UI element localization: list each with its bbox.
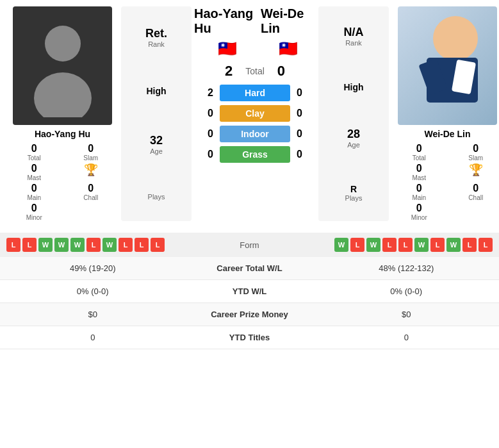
h2h-right-score: 0	[277, 63, 285, 79]
middle-rank-value: Ret.	[145, 27, 167, 40]
right-form-1: W	[334, 238, 348, 252]
middle-age-value: 32	[150, 134, 163, 147]
prize-money-right: $0	[314, 310, 500, 319]
right-player-name-header: Wei-De Lin	[261, 6, 316, 36]
right-rank-value: N/A	[344, 26, 364, 39]
left-trophy-cell: 🏆	[63, 163, 119, 181]
right-mast-value: 0	[416, 163, 422, 174]
career-stats-section: 49% (19-20) Career Total W/L 48% (122-13…	[0, 257, 499, 349]
left-form-8: L	[119, 238, 133, 252]
hard-left-score: 2	[194, 87, 213, 99]
clay-right-score: 0	[297, 108, 316, 119]
right-form-7: L	[430, 238, 445, 252]
left-minor-cell: 0 Minor	[6, 203, 62, 221]
left-form-9: L	[135, 238, 149, 252]
prize-money-left: $0	[0, 310, 186, 319]
right-trophy-icon: 🏆	[469, 163, 483, 177]
right-flag: 🇹🇼	[279, 40, 298, 58]
left-stats-grid: 0 Total 0 Slam 0 Mast 🏆 0 Main	[6, 143, 119, 221]
right-total-cell: 0 Total	[391, 143, 447, 162]
right-plays-label: Plays	[345, 194, 363, 202]
right-slam-value: 0	[473, 143, 479, 154]
career-total-left: 49% (19-20)	[0, 263, 186, 273]
left-main-cell: 0 Main	[6, 183, 62, 201]
right-main-label: Main	[412, 194, 426, 201]
left-main-value: 0	[31, 183, 37, 194]
form-label: Form	[218, 240, 282, 250]
right-age-block: 28 Age	[347, 128, 360, 149]
right-mast-cell: 0 Mast	[391, 163, 447, 181]
indoor-right-score: 0	[297, 128, 316, 140]
main-container: Hao-Yang Hu 0 Total 0 Slam 0 Mast 🏆	[0, 0, 499, 349]
ytd-wl-right: 0% (0-0)	[314, 286, 500, 296]
right-slam-cell: 0 Slam	[448, 143, 500, 162]
ytd-titles-left: 0	[0, 333, 186, 342]
ytd-wl-left: 0% (0-0)	[0, 286, 186, 296]
right-stats: N/A Rank High 28 Age R Plays	[318, 6, 389, 221]
right-form-6: W	[414, 238, 429, 252]
indoor-button: Indoor	[220, 126, 290, 142]
right-form-2: L	[350, 238, 364, 252]
right-form: W L W L L W L W L L	[282, 238, 493, 252]
svg-point-0	[45, 26, 81, 62]
hard-button: Hard	[220, 85, 290, 101]
player-right: Wei-De Lin 0 Total 0 Slam 0 Mast 🏆	[391, 6, 499, 221]
center-area: Hao-Yang Hu 🇹🇼 Wei-De Lin 🇹🇼 2 Total 0 2	[194, 6, 316, 221]
right-minor-cell: 0 Minor	[391, 203, 447, 221]
middle-age-label: Age	[150, 147, 163, 155]
middle-plays-label: Plays	[148, 193, 165, 201]
left-flag: 🇹🇼	[218, 40, 237, 58]
left-slam-value: 0	[88, 143, 94, 154]
surface-grass-row: 0 Grass 0	[194, 146, 316, 163]
career-total-label: Career Total W/L	[186, 263, 314, 273]
h2h-total-label: Total	[245, 66, 265, 76]
left-total-value: 0	[31, 143, 37, 154]
left-player-name: Hao-Yang Hu	[35, 129, 90, 139]
left-form-6: L	[86, 238, 101, 252]
ytd-titles-right: 0	[314, 333, 500, 342]
ytd-titles-row: 0 YTD Titles 0	[0, 326, 499, 349]
right-form-5: L	[398, 238, 413, 252]
middle-rank-label: Rank	[148, 40, 165, 48]
left-mast-value: 0	[31, 163, 37, 174]
right-chall-value: 0	[473, 183, 479, 194]
right-high-block: High	[343, 82, 363, 92]
ytd-wl-label: YTD W/L	[186, 286, 314, 296]
left-total-label: Total	[28, 154, 41, 162]
right-form-9: L	[462, 238, 477, 252]
middle-high-block: High	[146, 86, 166, 96]
right-player-photo	[398, 6, 497, 125]
right-chall-cell: 0 Chall	[448, 183, 500, 201]
middle-rank-block: Ret. Rank	[145, 27, 167, 48]
grass-button: Grass	[220, 146, 290, 163]
right-form-4: L	[382, 238, 397, 252]
middle-high-value: High	[146, 86, 166, 96]
svg-point-2	[433, 16, 478, 61]
right-plays-value: R	[350, 184, 357, 194]
left-form-7: W	[102, 238, 117, 252]
right-trophy-cell: 🏆	[448, 163, 500, 181]
left-minor-value: 0	[31, 203, 37, 214]
right-minor-label: Minor	[411, 214, 427, 221]
right-form-8: W	[446, 238, 461, 252]
career-total-row: 49% (19-20) Career Total W/L 48% (122-13…	[0, 257, 499, 280]
surface-indoor-row: 0 Indoor 0	[194, 126, 316, 142]
right-main-cell: 0 Main	[391, 183, 447, 201]
right-rank-block: N/A Rank	[344, 26, 364, 47]
h2h-left-score: 2	[225, 63, 233, 79]
prize-money-row: $0 Career Prize Money $0	[0, 303, 499, 326]
right-form-3: W	[366, 238, 380, 252]
right-name-area: Wei-De Lin 🇹🇼	[261, 6, 316, 58]
clay-button: Clay	[220, 105, 290, 122]
ytd-titles-label: YTD Titles	[186, 333, 314, 342]
left-chall-cell: 0 Chall	[63, 183, 119, 201]
surfaces-container: 2 Hard 0 0 Clay 0 0 Indoor 0	[194, 85, 316, 163]
hard-right-score: 0	[297, 87, 316, 99]
right-player-name: Wei-De Lin	[424, 129, 470, 139]
right-chall-label: Chall	[468, 194, 483, 201]
left-player-photo	[13, 6, 112, 125]
ytd-wl-row: 0% (0-0) YTD W/L 0% (0-0)	[0, 280, 499, 303]
middle-age-block: 32 Age	[150, 134, 163, 155]
total-score-row: 2 Total 0	[225, 63, 285, 79]
right-plays-block: R Plays	[345, 184, 363, 202]
